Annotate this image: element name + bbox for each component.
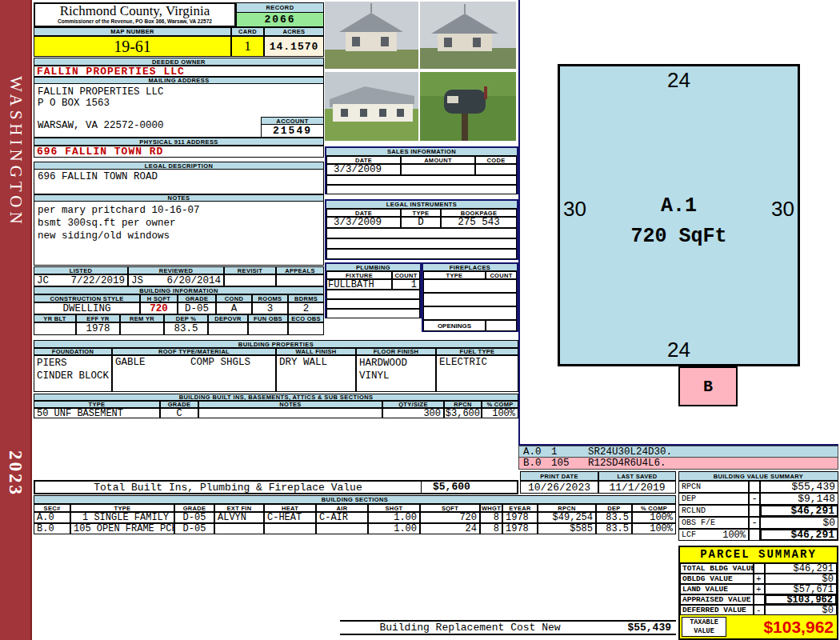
listed-value: JC 7/22/2019 [34,274,128,286]
building-sections-header: BUILDING SECTIONS [34,495,676,504]
sales-date-value: 3/3/2009 [326,164,401,175]
builtin-rpcn-label: RPCN [444,401,482,408]
fixture-value: FULLBATH [326,279,392,290]
parcel-summary-header: PARCEL SUMMARY [680,547,837,563]
parcel-row: DEFERRED VALUE - $0 [680,605,837,615]
notes-header: NOTES [34,194,324,202]
wall-finish-label: WALL FINISH [276,348,356,355]
property-photo-3[interactable] [325,72,418,141]
sec-whgt-label: WHGT [480,504,502,512]
sec-cell: A.0 [34,512,70,523]
sec-sqft-label: SQFT [420,504,480,512]
sales-col-headers: DATE AMOUNT CODE [326,156,517,164]
depovr-label: DEPOVR [208,314,248,322]
reviewed-date: 6/20/2014 [166,275,221,286]
sketch-code-string: R12SD4R6U4L6. [588,458,666,469]
parcel-row: OBLDG VALUE + $0 [680,574,837,584]
effyr-label: EFF YR [76,314,120,322]
fireplaces-header: FIREPLACES [423,264,517,271]
instrument-type-value: D [401,217,441,228]
fixture-label: FIXTURE [326,271,392,279]
building-properties-header: BUILDING PROPERTIES [34,340,518,348]
legal-col-headers: DATE TYPE BOOKPAGE [326,209,517,217]
sketch-code-num: 105 [551,458,588,469]
fuel-type-value: ELECTRIC [436,355,518,392]
deeded-owner-value: FALLIN PROPERTIES LLC [34,66,324,77]
bvs-row: DEP - $9,148 [678,493,838,505]
deeded-owner-header: DEEDED OWNER [34,58,324,66]
taxable-value-row: TAXABLE VALUE $103,962 [680,615,837,638]
replacement-cost-value: $55,439 [600,622,676,634]
property-photo-1[interactable] [325,2,418,69]
builtin-qty-value: 300 [382,408,444,418]
mailbox-photo-icon [420,72,516,141]
sec-grade-label: GRADE [174,504,214,512]
parcel-label: LAND VALUE [680,584,754,594]
print-date-value: 10/26/2023 [520,481,598,494]
review-values: JC 7/22/2019 JS 6/20/2014 [34,274,324,286]
building-properties-values: PIERS CINDER BLOCK GABLE COMP SHGLS DRY … [34,355,518,392]
legal-description-header: LEGAL DESCRIPTION [34,162,324,170]
builtin-qty-label: QTY/SIZE [382,401,444,408]
bvs-row: RPCN $55,439 [678,481,838,493]
builtin-grade-value: C [160,408,198,418]
instrument-date-value: 3/3/2009 [326,217,401,228]
mailing-address-header: MAILING ADDRESS [34,77,324,84]
plumbing-row: FULLBATH 1 [326,279,420,290]
parcel-label: TOTAL BLDG VALUE [680,563,754,574]
county-header-box: Richmond County, Virginia Commissioner o… [34,2,236,27]
legal-instruments-table: LEGAL INSTRUMENTS DATE TYPE BOOKPAGE 3/3… [325,199,518,260]
property-photo-2[interactable] [420,2,516,69]
building-value-summary-header: BUILDING VALUE SUMMARY [678,471,838,481]
parcel-row: APPRAISED VALUE $103,962 [680,594,837,605]
fireplaces-col-headers: TYPE COUNT [423,271,517,279]
parcel-row: TOTAL BLDG VALUE $46,291 [680,563,837,574]
sec-cell: 8 [480,512,502,523]
record-box: RECORD 2066 [236,2,324,27]
bvs-value: $9,148 [760,493,838,505]
fixture-count-label: COUNT [392,271,420,279]
sec-eyear-label: EYEAR [502,504,538,512]
roof-material: COMP SHGLS [190,357,273,368]
sales-amount-value [401,164,475,175]
builtin-comp-label: % COMP [482,401,518,408]
sec-cell: 8 [480,523,502,534]
builtin-type-label: TYPE [34,401,160,408]
taxable-value-amount: $103,962 [728,615,837,638]
map-card-acres-values: 19-61 1 14.1570 [34,36,324,57]
bvs-row: LCF 100% $46,291 [678,529,838,541]
last-saved-label: LAST SAVED [598,471,676,481]
cond-value: A [216,302,252,314]
revisit-label: REVISIT [224,266,276,274]
grade-value: D-05 [178,302,216,314]
parcel-value: $57,671 [765,584,837,594]
sec-cell: ALVYN [214,512,264,523]
bvs-label: LCF [682,530,696,539]
building-section-row-b: B.0 105 OPEN FRAME PCH D-05 1.00 24 8 19… [34,523,676,534]
yrblt-value [34,322,76,335]
house-front-photo-icon [420,2,516,69]
bvs-sign [749,481,760,493]
bvs-sign [749,529,760,541]
bvs-value: $55,439 [760,481,838,493]
physical-address-header: PHYSICAL 911 ADDRESS [34,138,324,146]
floor-finish-line: HARDWOOD [359,357,433,370]
sketch-section-a-sqft: 720 SqFt [560,225,798,248]
sec-cell: 1.00 [368,523,420,534]
sketch-code-a: A.0 1 SR24U30L24D30. [518,446,838,458]
builtin-grade-label: GRADE [160,401,198,408]
parcel-label: DEFERRED VALUE [680,605,754,615]
building-properties-col-headers: FOUNDATION ROOF TYPE/MATERIAL WALL FINIS… [34,348,518,355]
total-built-ins-label: Total Built Ins, Plumbing & Fireplace Va… [35,482,421,494]
builtin-type-value: 50 UNF BASEMENT [34,408,160,418]
plumbing-row-empty [326,290,420,299]
fireplace-row-empty [423,293,517,306]
house-side-photo-icon [325,72,418,141]
rooms-label: ROOMS [252,294,288,302]
legal-instrument-row-empty [326,238,517,249]
appeals-label: APPEALS [276,266,324,274]
foundation-value: PIERS CINDER BLOCK [34,355,112,392]
property-photo-4[interactable] [420,72,516,141]
sketch-section-b: B [678,366,738,406]
parcel-sign: + [754,584,765,594]
